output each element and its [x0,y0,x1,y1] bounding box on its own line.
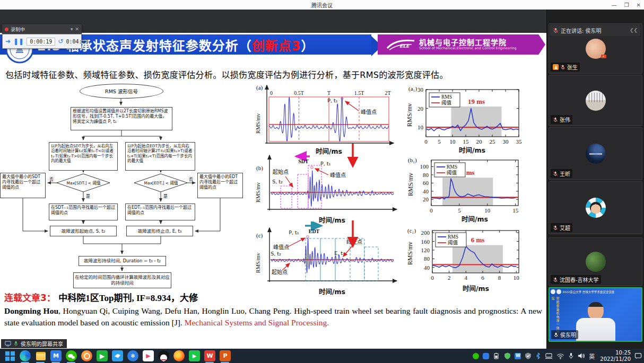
muted-mic-icon [553,171,558,176]
participant-tile[interactable]: 艾超 [549,181,642,234]
pause-icon[interactable]: ❚❚ [13,38,24,45]
video-player-icon[interactable]: ▶ [97,350,108,361]
svg-text:S, t₂: S, t₂ [271,251,281,256]
citation-text: Dongming Hou, Hongyuan Qi, Cuiping Wang,… [4,305,542,329]
svg-text:峰值点: 峰值点 [273,244,289,250]
file-explorer-icon[interactable] [35,350,46,361]
muted-mic-icon [553,28,559,33]
svg-text:RMS/mv: RMS/mv [255,252,261,273]
iqiyi-icon[interactable]: ▶ [189,350,200,361]
svg-text:RMS/mv: RMS/mv [407,173,414,196]
svg-text:100: 100 [420,163,429,170]
projector-icon[interactable] [545,353,553,359]
journal-info: 中科院1区Top期刊, IF=8.934，大修 [58,293,198,303]
muted-mic-icon [553,277,558,282]
flowchart-sdt-condition: Max[SDTᵢ] < 阈值 [58,180,109,185]
ime-indicator[interactable]: 英 [589,352,595,360]
bird-app-icon[interactable] [112,350,123,361]
svg-text:P, t₁: P, t₁ [320,161,330,166]
recorder-close-icon[interactable]: ✕ [75,26,79,32]
svg-text:RMS/mv: RMS/mv [255,113,261,134]
wifi-icon[interactable] [556,353,564,359]
blue-app-icon[interactable]: ✻ [127,350,138,361]
participant-tile[interactable]: 张伟 [549,75,642,126]
muted-mic-icon [560,65,565,70]
svg-text:(c): (c) [256,232,263,239]
chevron-down-icon[interactable]: ▾ [71,26,73,32]
firefox-icon[interactable] [173,350,185,361]
meeting-tray-icon[interactable] [483,353,489,359]
svg-text:时间/ms: 时间/ms [319,288,345,296]
flowchart-sdt-min: 最大值中最小的SDT内寻找最后一个超过阈值的点 [0,173,46,198]
next-slide-icon[interactable]: ➜ [5,38,11,45]
flowchart-peak-box: 根据波形均值设置阈值并以2T长度切割原始RMS波形信号，找到[T-0.5T, T… [71,107,172,130]
flowchart-start-point: 故障波形起始点, S, t₂ [50,226,117,236]
bluetooth-icon[interactable] [535,352,541,359]
svg-text:80: 80 [423,172,429,178]
series-label: 连载文章3： [4,293,56,303]
meeting-app-icon[interactable]: M [50,350,62,361]
flowchart-sdt-step: 以P为起始点SDT为步长，从右向左沿着时间轴计算t₁(如果t₁-T<0)或者t₁… [49,142,118,171]
notification-center-icon[interactable] [634,352,642,359]
svg-text:0: 0 [430,207,433,214]
avatar [586,39,606,59]
wps-icon[interactable]: W [204,350,215,361]
speaking-label: 正在讲话: 侯东明 [561,26,602,34]
close-button[interactable]: ✕ [637,2,641,8]
flowchart-edt-find: 在EDTⱼ₋₁范围内寻找最后一个超过阈值的点 [125,203,195,220]
svg-text:峰值点: 峰值点 [361,109,377,115]
start-button-icon[interactable] [4,350,15,361]
participant-name: 王昕 [560,170,570,178]
svg-text:0: 0 [270,90,273,96]
svg-text:阈值: 阈值 [441,100,452,105]
participant-tile[interactable]: 王昕 [549,127,642,180]
recording-status: 录制中 [11,26,25,33]
monitor-icon [5,341,11,347]
wechat-tray-icon[interactable] [473,353,479,359]
participant-tile[interactable]: 沈国春-吉林大学 [549,237,642,286]
restart-icon[interactable]: ↺ [58,38,63,45]
svg-text:5: 5 [458,207,461,214]
svg-text:15: 15 [512,207,519,214]
plot-a1: (a₁) RMS/mv 0510152025303510203019 msRMS… [406,82,546,161]
security-shield-icon[interactable] [525,352,532,359]
svg-text:40: 40 [424,264,430,271]
antivirus-shield-icon[interactable] [504,352,511,359]
speaker-shirt [576,318,615,342]
wechat-icon[interactable] [66,350,77,361]
microphone-icon[interactable] [568,352,574,359]
qq-icon[interactable] [158,350,169,361]
presentation-app-icon[interactable]: P [220,350,231,361]
raise-hand-icon[interactable]: ❮❮ [630,28,638,33]
red-down-arrow-icon [345,142,361,170]
battery-icon[interactable] [493,353,500,359]
slide-intro-text: 包括时域特征参数、频域特征参数、损伤宽度评估分析。以损伤宽度评估为例进行分析，基… [5,68,543,81]
recording-dot-icon [5,28,8,31]
restore-button[interactable]: ❐ [624,2,629,8]
avatar [586,91,606,111]
svg-text:0: 0 [424,138,428,145]
participant-name: 艾超 [560,224,570,232]
mic-icon [13,341,19,347]
flowchart-edt-min: 最大值中最小的EDT内寻找最后一个超过阈值的点 [197,173,243,198]
taskbar-clock[interactable]: 10:25 2022/11/20 [598,350,631,362]
participant-name: 张生 [567,63,578,71]
share-label: 侯东明的屏幕共享 [21,340,63,348]
muted-mic-icon [553,225,558,231]
speaker-icon[interactable] [578,352,585,359]
search-app-icon[interactable] [81,350,92,361]
svg-text:P, t₁: P, t₁ [327,98,337,103]
svg-text:10: 10 [484,207,491,214]
recording-widget: 录制中 ▾ ✕ ➜ ❚❚ 0:00:19 ↺ 0:04:00 [2,24,82,49]
minimize-button[interactable]: — [612,2,617,8]
tencent-meeting-window: 腾讯会议 — ❐ ✕ 录制中 ▾ ✕ ➜ ❚❚ 0:00:19 ↺ 0:04:0… [0,0,644,363]
svg-text:0: 0 [431,275,434,281]
participant-tile-speaking[interactable]: 2022泰山大学·吉林大学学术会议交流会 智能装备机电液一体分论坛 侯东明 [549,287,642,342]
wps-tray-icon[interactable]: W [515,353,521,359]
edge-icon[interactable] [20,350,31,361]
pink-player-icon[interactable]: ▶ [143,350,154,361]
muted-mic-icon [553,117,558,122]
flowchart-yes-left: 是 [86,193,90,199]
screen-share-status[interactable]: 侯东明的屏幕共享 [1,339,67,348]
svg-text:6 ms: 6 ms [471,236,485,244]
